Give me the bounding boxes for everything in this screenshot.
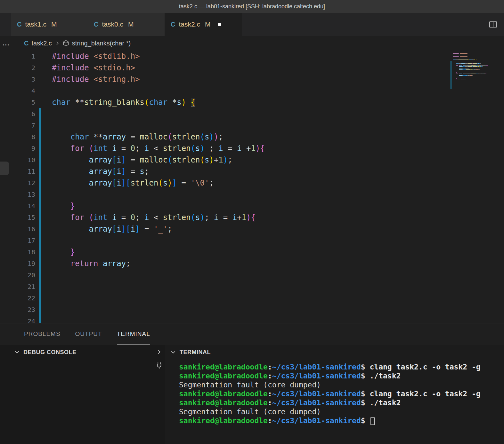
- panel-tab-output[interactable]: OUTPUT: [75, 323, 102, 345]
- code-text: #include <string.h>: [35, 74, 140, 85]
- minimap-token: [456, 78, 457, 79]
- terminal-text: :: [268, 372, 272, 380]
- breadcrumb-symbol[interactable]: string_blanks(char *): [72, 40, 131, 47]
- code-token: [: [126, 225, 130, 234]
- minimap-token: [482, 66, 483, 67]
- panel-tab-terminal[interactable]: TERMINAL: [117, 323, 150, 345]
- minimap-token: [469, 65, 471, 66]
- terminal-text: sankired@labradoodle: [179, 390, 268, 398]
- code-token: i: [117, 155, 121, 164]
- breadcrumb-file[interactable]: task2.c: [31, 40, 52, 47]
- code-line: 9 for (int i = 0; i < strlen(s) ; i = i …: [0, 143, 504, 154]
- code-text: }: [35, 246, 75, 258]
- line-number: 7: [0, 120, 35, 131]
- terminal-text: ~/cs3/lab01-sankired: [272, 363, 361, 371]
- code-token: ): [246, 213, 251, 222]
- code-token: i: [237, 144, 241, 153]
- minimap-line: [453, 62, 489, 63]
- minimap-line: [453, 78, 489, 79]
- line-number: 21: [0, 281, 35, 292]
- code-token: for: [70, 213, 84, 222]
- code-token: [52, 144, 70, 153]
- plug-icon[interactable]: [156, 362, 162, 370]
- code-token: [52, 202, 70, 210]
- code-line: 22: [0, 292, 504, 304]
- tab-task0.c[interactable]: Ctask0.cM: [88, 13, 165, 36]
- minimap-line: [453, 66, 489, 67]
- minimap-token: [453, 69, 459, 70]
- minimap-token: [465, 80, 466, 80]
- code-token: char: [52, 98, 70, 107]
- terminal-text: $: [361, 399, 370, 407]
- code-token: [52, 167, 89, 176]
- code-token: 1: [218, 155, 223, 164]
- terminal-pane: TERMINAL sankired@labradoodle:~/cs3/lab0…: [165, 345, 504, 444]
- code-token: (: [191, 213, 195, 222]
- code-editor[interactable]: 1#include <stdlib.h>2#include <stdio.h>3…: [0, 51, 504, 323]
- terminal-header[interactable]: TERMINAL: [165, 345, 504, 359]
- tab-bar: Ctask1.cMCtask0.cMCtask2.cM: [0, 13, 504, 36]
- minimap-token: [460, 56, 467, 57]
- split-editor-icon[interactable]: [489, 21, 497, 28]
- minimap-line: [453, 81, 489, 82]
- minimap-token: [476, 69, 479, 70]
- line-number: 12: [0, 177, 35, 189]
- code-line: 6: [0, 108, 504, 120]
- modified-badge: M: [51, 20, 57, 28]
- terminal-text: ~/cs3/lab01-sankired: [272, 390, 361, 398]
- code-token: s: [140, 167, 144, 176]
- code-token: array: [103, 132, 126, 141]
- code-token: (: [167, 132, 172, 141]
- terminal-cursor[interactable]: [370, 417, 375, 425]
- code-token: [107, 213, 112, 222]
- minimap-token: [459, 66, 463, 67]
- terminal-content[interactable]: sankired@labradoodle:~/cs3/lab01-sankire…: [165, 359, 504, 425]
- code-token: strlen: [131, 178, 159, 187]
- code-line: 20: [0, 269, 504, 281]
- minimap-token: [460, 74, 462, 74]
- code-token: string_blanks: [84, 98, 144, 107]
- tab-task2.c[interactable]: Ctask2.cM: [165, 13, 242, 36]
- minimap-line: [453, 84, 489, 84]
- code-text: array[i] = s;: [35, 166, 149, 177]
- sash-handle[interactable]: [0, 162, 9, 175]
- minimap-line: [453, 58, 489, 58]
- minimap[interactable]: [453, 53, 489, 88]
- terminal-line: sankired@labradoodle:~/cs3/lab01-sankire…: [179, 362, 504, 371]
- code-token: '_': [154, 225, 167, 234]
- minimap-token: [468, 68, 469, 68]
- line-number: 22: [0, 292, 35, 304]
- code-line: 15 for (int i = 0; i < strlen(s); i = i+…: [0, 212, 504, 223]
- code-token: {: [191, 98, 195, 107]
- code-token: i: [117, 167, 121, 176]
- code-token: ): [256, 144, 260, 153]
- code-token: [98, 259, 103, 268]
- minimap-token: [467, 66, 472, 67]
- panel-tab-problems[interactable]: PROBLEMS: [24, 323, 61, 345]
- chevron-right-icon[interactable]: [156, 349, 162, 355]
- code-line: 4: [0, 85, 504, 97]
- dirty-dot-icon[interactable]: [218, 23, 221, 26]
- minimap-token: [471, 65, 476, 66]
- minimap-token: [453, 78, 456, 79]
- code-token: i: [214, 213, 218, 222]
- code-token: (: [89, 144, 93, 153]
- minimap-token: [453, 63, 456, 64]
- terminal-text: :: [268, 416, 272, 425]
- code-token: strlen: [163, 213, 191, 222]
- terminal-text: ./task2: [370, 372, 401, 380]
- terminal-text: clang task2.c -o task2 -g: [370, 390, 480, 398]
- minimap-token: [465, 63, 467, 64]
- code-token: array: [103, 259, 126, 268]
- code-token: =: [223, 144, 237, 153]
- minimap-token: [465, 68, 467, 68]
- tab-bar-tabs: Ctask1.cMCtask0.cMCtask2.cM: [11, 13, 242, 36]
- tab-task1.c[interactable]: Ctask1.cM: [11, 13, 88, 36]
- debug-console-header[interactable]: DEBUG CONSOLE: [0, 345, 165, 359]
- terminal-text: ~/cs3/lab01-sankired: [272, 372, 361, 380]
- minimap-token: [456, 63, 459, 64]
- minimap-line: [453, 68, 489, 68]
- breadcrumb-overflow[interactable]: ...: [3, 40, 10, 47]
- code-token: [186, 98, 191, 107]
- minimap-token: [476, 59, 476, 59]
